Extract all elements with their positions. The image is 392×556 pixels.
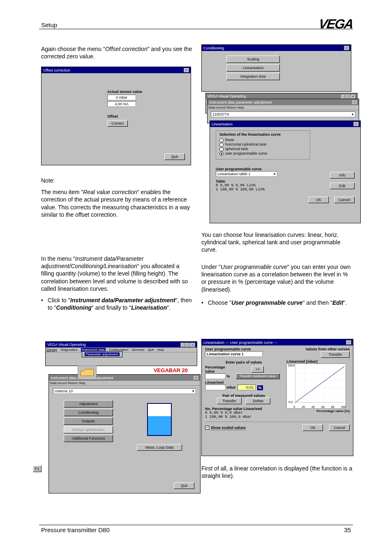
ipa-window: Instrument data parameter adjustment× Da… — [207, 99, 359, 123]
vvo-window: VEGA Visual Operating-□× Display Diagnos… — [45, 341, 197, 366]
close-icon[interactable]: × — [193, 375, 198, 380]
minimize-icon[interactable]: - — [341, 94, 345, 99]
menu-item[interactable]: Services — [132, 348, 145, 352]
minimize-icon[interactable]: - — [180, 343, 185, 347]
page-number: 35 — [344, 526, 351, 533]
sensor-value-mbar: 0 mbar — [107, 95, 136, 100]
info-button[interactable]: Info — [330, 172, 355, 178]
radio-linear[interactable]: linear — [219, 138, 307, 142]
transfer-button[interactable]: Transfer — [217, 398, 242, 404]
maximize-icon[interactable]: □ — [184, 343, 190, 347]
cancel-button[interactable]: Cancel — [329, 424, 350, 431]
radio-spherical[interactable]: spherical tank — [219, 147, 307, 151]
sensor-value-ma: 4,00 mA — [107, 101, 136, 107]
close-icon[interactable]: × — [344, 46, 349, 50]
sensor-id-dropdown[interactable]: 11603774▾ — [211, 111, 355, 117]
adjustment-button[interactable]: Adjustment — [64, 400, 113, 408]
maximize-icon[interactable]: □ — [345, 94, 350, 99]
show-scaled-checkbox[interactable]: × — [205, 426, 209, 430]
label: User programmable curve — [205, 347, 254, 351]
correct-button[interactable]: Correct — [107, 120, 128, 127]
menu-bar[interactable]: Data record Return Help — [208, 105, 359, 110]
chevron-down-icon[interactable]: ▾ — [352, 112, 354, 116]
integration-time-button[interactable]: Integration time — [226, 73, 280, 80]
quit-button[interactable]: Quit — [164, 153, 185, 160]
delete-button[interactable]: Delete — [246, 398, 270, 404]
measured-value: -0,01 — [238, 385, 256, 390]
window-title: Instrument data parameter adjustment — [209, 100, 272, 104]
menu-item[interactable]: Quit — [148, 348, 154, 352]
svg-marker-0 — [81, 369, 94, 376]
menu-bar[interactable]: Data record Return Help — [49, 381, 200, 386]
table-row: 0 0,00 % 0,0 mbar — [205, 411, 282, 415]
brand-logo: VEGA — [318, 16, 354, 32]
table-row: 1 100,00 % 100,0 mbar — [205, 415, 282, 419]
label: Values from other curves — [258, 347, 350, 351]
close-icon[interactable]: × — [350, 94, 355, 99]
outputs-button[interactable]: Outputs — [64, 417, 113, 425]
lin-input[interactable] — [205, 385, 226, 390]
menu-item[interactable]: Display — [46, 348, 57, 352]
f1-button[interactable]: F1 — [33, 466, 42, 472]
arrows-button[interactable]: << — [251, 366, 264, 373]
linearisation-dialog: Linearisation× Selection of the linearis… — [210, 120, 361, 223]
menu-path: Instrument data/Parameter adjustment — [70, 297, 175, 303]
group-label: Selection of the linearisation curve — [219, 132, 307, 137]
ok-button[interactable]: OK — [302, 424, 323, 431]
transfer-top-button[interactable]: Transfer — [321, 351, 350, 358]
menu-item[interactable]: Help — [157, 348, 164, 352]
body-text: In the menu "Instrument data/Parameter a… — [41, 255, 193, 292]
edit-button[interactable]: Edit — [330, 183, 355, 189]
close-icon[interactable]: × — [353, 122, 359, 126]
xtick: 0 — [293, 405, 295, 408]
close-icon[interactable]: × — [184, 68, 189, 72]
sensor-dropdown[interactable]: cisterne 10▾ — [53, 388, 196, 394]
transfer-measured-button[interactable]: Transfer measured value — [236, 373, 280, 379]
meas-loop-data-button[interactable]: Meas. Loop Data — [137, 444, 182, 451]
quit-button[interactable]: Quit — [174, 482, 194, 489]
chevron-down-icon[interactable]: ▾ — [274, 172, 276, 176]
linearisation-edit-dialog: Linearisation --- User programmable curv… — [201, 339, 353, 456]
additional-functions-button[interactable]: Additional Functions — [64, 435, 113, 442]
menu-item[interactable]: Diagnostics — [60, 348, 77, 352]
menu-path: Conditioning — [56, 304, 92, 311]
chevron-down-icon[interactable]: ▾ — [192, 389, 194, 393]
body-text: Again choose the menu "Offset correction… — [41, 45, 193, 60]
ytick: 100,0 — [288, 364, 295, 367]
close-icon[interactable]: × — [352, 100, 357, 104]
xtick: 80 — [331, 405, 334, 408]
svg-line-13 — [295, 366, 344, 403]
close-icon[interactable]: × — [190, 343, 195, 347]
body-text: First of all, a linear correlation is di… — [201, 465, 353, 480]
checkbox-label[interactable]: Show scaled values — [211, 426, 246, 430]
conditioning-window: Conditioning× Scaling Linearisation Inte… — [201, 44, 351, 92]
unit: % — [227, 374, 230, 378]
label: Linearised — [205, 380, 236, 385]
offset-correction-dialog: Offset correction× Actual sensor value 0… — [41, 67, 191, 165]
menu-path: Linearisation — [131, 304, 167, 311]
close-icon[interactable]: × — [346, 340, 351, 345]
scaling-button[interactable]: Scaling — [226, 56, 280, 63]
chart-xlabel: Percentage value [%] — [286, 409, 350, 413]
label: Actual sensor value — [107, 90, 182, 94]
window-title: Conditioning — [203, 46, 224, 50]
label: Enter pairs of values — [205, 360, 282, 364]
unit: mbar — [227, 385, 236, 389]
ok-button[interactable]: OK — [308, 197, 329, 203]
conditioning-button[interactable]: Conditioning — [64, 409, 113, 416]
bullet-item: Choose "User programmable curve" and the… — [201, 299, 353, 306]
xtick: 60 — [321, 405, 325, 408]
linearisation-button[interactable]: Linearisation — [226, 64, 280, 72]
curve-dropdown[interactable]: Linearisation table 1▾ — [216, 171, 277, 177]
xtick: 100 — [341, 405, 346, 408]
window-title: Offset correction — [43, 68, 70, 72]
radio-cylindrical[interactable]: horizontal cylindrical tank — [219, 142, 307, 146]
product-label: VEGABAR 20 — [154, 367, 188, 373]
pct-input[interactable] — [205, 373, 226, 379]
radio-user-curve[interactable]: user programmable curve — [219, 151, 307, 155]
dropdown-item[interactable]: Parameter adjustment — [82, 351, 122, 357]
curve-name[interactable]: Linearisation curve 1 — [205, 351, 263, 357]
label: Percentage value — [205, 365, 231, 373]
table-header: No. Percentage value Linearised — [205, 407, 282, 411]
cancel-button[interactable]: Cancel — [334, 197, 355, 203]
